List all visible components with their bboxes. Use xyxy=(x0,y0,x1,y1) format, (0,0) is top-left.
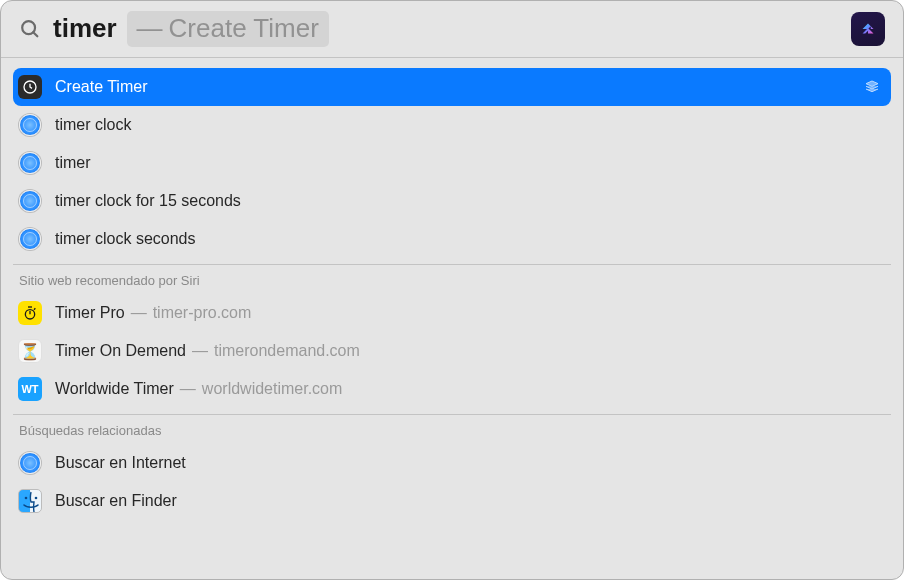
results-section-top: Create Timer timer clock timer timer clo… xyxy=(13,68,891,258)
search-query-text: timer xyxy=(53,13,117,44)
safari-icon xyxy=(17,112,43,138)
result-subtitle: timerondemand.com xyxy=(214,342,360,360)
result-subtitle: timer-pro.com xyxy=(153,304,252,322)
result-title: Worldwide Timer xyxy=(55,380,174,398)
result-timer-clock-15s[interactable]: timer clock for 15 seconds xyxy=(13,182,891,220)
safari-icon xyxy=(17,226,43,252)
result-timer-clock-seconds[interactable]: timer clock seconds xyxy=(13,220,891,258)
wt-icon: WT xyxy=(17,376,43,402)
result-title: Buscar en Finder xyxy=(55,492,177,510)
stopwatch-icon xyxy=(17,300,43,326)
result-create-timer[interactable]: Create Timer xyxy=(13,68,891,106)
results-section-related: Búsquedas relacionadas Buscar en Interne… xyxy=(13,415,891,520)
safari-icon xyxy=(17,150,43,176)
search-icon xyxy=(17,16,43,42)
svg-point-4 xyxy=(25,497,28,500)
finder-icon xyxy=(17,488,43,514)
search-bar[interactable]: timer — Create Timer xyxy=(1,1,903,57)
svg-line-1 xyxy=(33,32,37,36)
result-title: timer clock xyxy=(55,116,131,134)
result-timer[interactable]: timer xyxy=(13,144,891,182)
results-list: Create Timer timer clock timer timer clo… xyxy=(1,58,903,520)
result-timer-on-demend[interactable]: ⏳ Timer On Demend — timerondemand.com xyxy=(13,332,891,370)
search-input[interactable]: timer — Create Timer xyxy=(53,11,887,47)
result-timer-clock[interactable]: timer clock xyxy=(13,106,891,144)
section-header: Sitio web recomendado por Siri xyxy=(13,265,891,294)
action-search-finder[interactable]: Buscar en Finder xyxy=(13,482,891,520)
result-title: Timer Pro xyxy=(55,304,125,322)
clock-app-icon xyxy=(17,74,43,100)
results-section-siri-websites: Sitio web recomendado por Siri Timer Pro… xyxy=(13,265,891,408)
result-title: Buscar en Internet xyxy=(55,454,186,472)
action-search-internet[interactable]: Buscar en Internet xyxy=(13,444,891,482)
search-completion-text: Create Timer xyxy=(169,13,319,44)
shortcuts-app-icon xyxy=(851,12,885,46)
result-title: Create Timer xyxy=(55,78,147,96)
layers-icon xyxy=(863,78,881,96)
result-worldwide-timer[interactable]: WT Worldwide Timer — worldwidetimer.com xyxy=(13,370,891,408)
safari-icon xyxy=(17,188,43,214)
spotlight-window: timer — Create Timer xyxy=(0,0,904,580)
result-title: timer clock for 15 seconds xyxy=(55,192,241,210)
result-timer-pro[interactable]: Timer Pro — timer-pro.com xyxy=(13,294,891,332)
search-completion-suggestion[interactable]: — Create Timer xyxy=(127,11,329,47)
result-title: timer xyxy=(55,154,91,172)
result-title: Timer On Demend xyxy=(55,342,186,360)
result-subtitle: worldwidetimer.com xyxy=(202,380,342,398)
result-title: timer clock seconds xyxy=(55,230,196,248)
svg-point-5 xyxy=(35,497,38,500)
section-header: Búsquedas relacionadas xyxy=(13,415,891,444)
safari-icon xyxy=(17,450,43,476)
hourglass-icon: ⏳ xyxy=(17,338,43,364)
